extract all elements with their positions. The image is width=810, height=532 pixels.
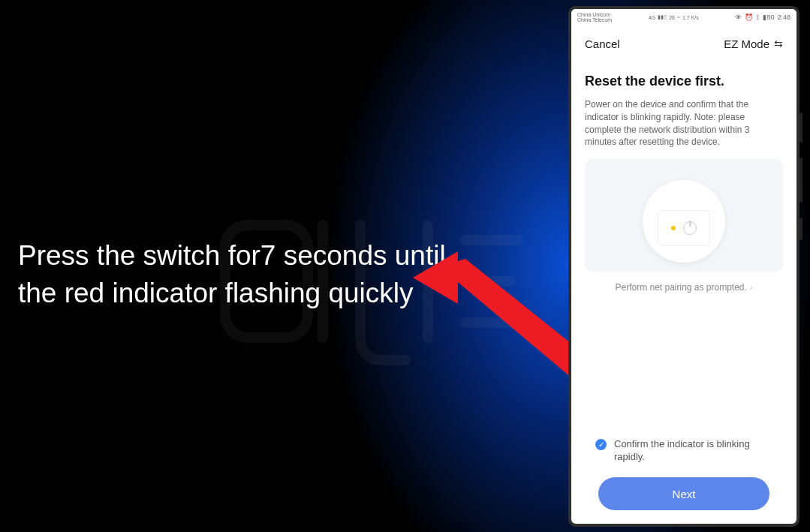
phone-side-button	[799, 218, 802, 240]
led-indicator-icon	[671, 226, 676, 230]
device-panel	[658, 210, 710, 246]
overlay-instruction-text: Press the switch for7 seconds until the …	[18, 237, 468, 312]
data-speed: 1.7 K/s	[682, 15, 699, 20]
eye-icon: 👁	[735, 14, 742, 21]
confirm-checkbox-row[interactable]: ✓ Confirm the indicator is blinking rapi…	[585, 437, 783, 464]
illustration-circle	[643, 180, 725, 263]
status-bar: China Unicom China Telecom 4G ▮▮▯ 28 ⌔ 1…	[571, 9, 796, 26]
next-button[interactable]: Next	[598, 477, 769, 510]
pairing-help-label: Perform net pairing as prompted.	[615, 282, 746, 293]
spacer	[585, 293, 783, 437]
status-carrier-2: China Telecom	[577, 17, 612, 23]
status-indicators: 👁 ⏰ ᛒ ▮80 2:48	[735, 14, 790, 21]
alarm-icon: ⏰	[745, 14, 753, 21]
mode-selector[interactable]: EZ Mode ⇆	[724, 38, 783, 50]
swap-icon: ⇆	[774, 38, 783, 50]
status-time: 2:48	[777, 14, 790, 21]
pairing-help-link[interactable]: Perform net pairing as prompted. ›	[585, 282, 783, 293]
checkmark-icon: ✓	[595, 439, 607, 450]
status-network: 4G ▮▮▯ 28 ⌔ 1.7 K/s	[649, 14, 699, 20]
power-icon	[683, 221, 697, 235]
phone-frame: China Unicom China Telecom 4G ▮▮▯ 28 ⌔ 1…	[568, 6, 799, 527]
wifi-icon: ⌔	[677, 15, 680, 20]
battery-icon: ▮80	[763, 14, 774, 21]
cancel-button[interactable]: Cancel	[585, 38, 620, 50]
app-content: Reset the device first. Power on the dev…	[571, 62, 796, 524]
status-carrier-1: China Unicom	[577, 12, 612, 17]
signal-bars-icon: ▮▮▯	[658, 14, 667, 20]
device-illustration	[585, 159, 783, 272]
chevron-right-icon: ›	[750, 283, 753, 292]
status-carriers: China Unicom China Telecom	[577, 12, 612, 23]
confirm-label: Confirm the indicator is blinking rapidl…	[614, 437, 772, 464]
app-header: Cancel EZ Mode ⇆	[571, 26, 796, 62]
wifi-level: 28	[669, 15, 675, 20]
phone-side-button	[799, 113, 802, 143]
page-description: Power on the device and confirm that the…	[585, 98, 783, 149]
page-title: Reset the device first.	[585, 74, 783, 89]
phone-side-button	[799, 158, 802, 203]
bluetooth-icon: ᛒ	[756, 14, 760, 21]
mode-label: EZ Mode	[724, 38, 769, 50]
signal-type-label: 4G	[649, 15, 655, 20]
